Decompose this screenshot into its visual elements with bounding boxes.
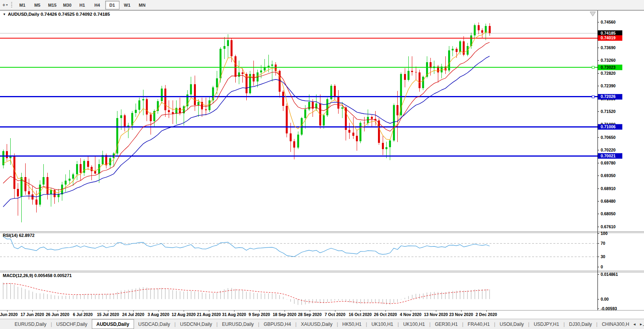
svg-text:0.71006: 0.71006	[601, 124, 616, 129]
svg-text:26 Jun 2020: 26 Jun 2020	[46, 312, 69, 317]
horizontal-line-green-handle[interactable]	[592, 66, 594, 68]
tabs-scroll-left-button[interactable]: ◄	[633, 322, 636, 326]
timeframe-button-m15[interactable]: M15	[45, 1, 60, 9]
svg-text:31 Aug 2020: 31 Aug 2020	[222, 312, 246, 317]
svg-text:0.72026: 0.72026	[601, 94, 616, 99]
toolbar-grip	[11, 2, 12, 8]
timeframe-button-h1[interactable]: H1	[75, 1, 89, 9]
svg-text:0.74019: 0.74019	[601, 35, 616, 40]
horizontal-line-blue-1-price-box: 0.72026	[598, 94, 622, 100]
tab-usdjpy-h1[interactable]: USDJPY,H1	[529, 320, 563, 329]
current-price-line-price-box: 0.74185	[598, 30, 622, 36]
svg-text:0.72820: 0.72820	[601, 71, 616, 76]
timeframe-button-mn[interactable]: MN	[135, 1, 149, 9]
svg-text:0.68910: 0.68910	[601, 186, 616, 191]
svg-text:0.70021: 0.70021	[601, 153, 616, 158]
chart-title-text: AUDUSD,Daily 0.74426 0.74525 0.74092 0.7…	[8, 12, 110, 17]
svg-text:0.73260: 0.73260	[601, 58, 616, 63]
svg-text:23 Nov 2020: 23 Nov 2020	[449, 312, 473, 317]
toolbar: + ▾ M1M5M15M30H1H4D1W1MN	[0, 0, 644, 10]
svg-text:2 Dec 2020: 2 Dec 2020	[476, 312, 497, 317]
horizontal-line-blue-1-handle[interactable]	[592, 96, 594, 98]
tab-eurusd-daily[interactable]: EURUSD,Daily	[10, 320, 51, 329]
svg-text:15 Jul 2020: 15 Jul 2020	[97, 312, 119, 317]
svg-text:16 Oct 2020: 16 Oct 2020	[349, 312, 372, 317]
symbol-tabbar: EURUSD,Daily|USDCHF,DailyAUDUSD,DailyUSD…	[0, 319, 644, 329]
tab-hk50-h1[interactable]: HK50,H1	[338, 320, 366, 329]
timeframe-button-m30[interactable]: M30	[60, 1, 74, 9]
tab-usdcnh-daily[interactable]: USDCNH,Daily	[176, 320, 216, 329]
tab-usdcad-daily[interactable]: USDCAD,Daily	[134, 320, 175, 329]
svg-text:0.68480: 0.68480	[601, 199, 616, 203]
horizontal-line-green-price-box: 0.73023	[598, 65, 622, 70]
svg-text:4 Nov 2020: 4 Nov 2020	[400, 312, 422, 317]
timeframe-button-group: M1M5M15M30H1H4D1W1MN	[15, 1, 150, 9]
tab-uk100-h1[interactable]: UK100,H1	[367, 320, 397, 329]
svg-text:0: 0	[601, 264, 603, 269]
horizontal-line-blue-2-price-box: 0.71006	[598, 124, 622, 129]
tab-audusd-daily[interactable]: AUDUSD,Daily	[92, 319, 134, 329]
chart-canvas[interactable]: 0.745600.736900.732600.728200.723900.719…	[0, 0, 644, 329]
timeframe-button-m1[interactable]: M1	[15, 1, 30, 9]
tabs-scroll-right-button[interactable]: ►	[639, 322, 643, 326]
svg-text:0.68050: 0.68050	[601, 211, 616, 216]
svg-text:0.69350: 0.69350	[601, 173, 616, 178]
svg-text:30: 30	[601, 254, 605, 259]
svg-text:0.69780: 0.69780	[601, 161, 616, 165]
svg-text:-0.00593: -0.00593	[601, 306, 617, 311]
svg-text:8 Jun 2020: 8 Jun 2020	[0, 312, 18, 317]
tab-xauusd-daily[interactable]: XAUUSD,Daily	[296, 320, 337, 329]
svg-text:0.014861: 0.014861	[601, 272, 618, 277]
mt4-window: + ▾ M1M5M15M30H1H4D1W1MN 0.745600.736900…	[0, 0, 644, 329]
tab-uk100-h1[interactable]: UK100,H1	[399, 320, 429, 329]
timeframe-button-w1[interactable]: W1	[120, 1, 134, 9]
horizontal-line-red-price-box: 0.74019	[598, 35, 622, 41]
svg-text:13 Nov 2020: 13 Nov 2020	[424, 312, 448, 317]
svg-text:100: 100	[601, 231, 608, 236]
svg-text:9 Sep 2020: 9 Sep 2020	[249, 312, 270, 317]
svg-text:70: 70	[601, 241, 605, 246]
chart-title: ▼AUDUSD,Daily 0.74426 0.74525 0.74092 0.…	[3, 12, 110, 17]
svg-text:0.70650: 0.70650	[601, 135, 616, 140]
svg-text:18 Sep 2020: 18 Sep 2020	[273, 312, 296, 317]
svg-text:0.71520: 0.71520	[601, 109, 616, 114]
crosshair-icon: +	[2, 2, 6, 7]
tab-scroll-controls: ◄ ►	[629, 319, 643, 329]
svg-text:24 Jul 2020: 24 Jul 2020	[122, 312, 144, 317]
svg-text:0.73023: 0.73023	[601, 65, 616, 70]
timeframe-button-d1[interactable]: D1	[105, 1, 119, 9]
timeframe-button-m5[interactable]: M5	[30, 1, 45, 9]
tab-usdchf-daily[interactable]: USDCHF,Daily	[52, 320, 92, 329]
svg-text:28 Sep 2020: 28 Sep 2020	[298, 312, 322, 317]
svg-text:12 Aug 2020: 12 Aug 2020	[172, 312, 196, 317]
svg-text:0.67610: 0.67610	[601, 224, 616, 229]
rsi-indicator-label: RSI(14) 62.8972	[3, 233, 35, 238]
svg-text:7 Oct 2020: 7 Oct 2020	[325, 312, 346, 317]
macd-indicator-label: MACD(12,26,9) 0.005458 0.005271	[3, 273, 72, 278]
tab-ger30-h1[interactable]: GER30,H1	[430, 320, 462, 329]
svg-text:26 Oct 2020: 26 Oct 2020	[374, 312, 397, 317]
chart-menu-icon: ▼	[3, 13, 6, 16]
timeframe-button-h4[interactable]: H4	[90, 1, 104, 9]
chevron-down-icon: ▾	[6, 3, 8, 7]
tab-usoil-daily[interactable]: USOil,Daily	[495, 320, 528, 329]
svg-text:0.70220: 0.70220	[601, 148, 616, 152]
svg-text:0.72390: 0.72390	[601, 83, 616, 88]
svg-text:0.73690: 0.73690	[601, 45, 616, 50]
svg-text:21 Aug 2020: 21 Aug 2020	[197, 312, 221, 317]
tab-fra40-h1[interactable]: FRA40,H1	[463, 320, 494, 329]
svg-text:17 Jun 2020: 17 Jun 2020	[20, 312, 44, 317]
svg-text:3 Aug 2020: 3 Aug 2020	[147, 312, 169, 317]
cursor-tool-button[interactable]: + ▾	[0, 1, 10, 9]
svg-text:0.74560: 0.74560	[601, 20, 616, 24]
tab-eurusd-daily[interactable]: EURUSD,Daily	[218, 320, 258, 329]
horizontal-line-blue-3-price-box: 0.70021	[598, 153, 622, 159]
tab-dj30-daily[interactable]: DJ30,Daily	[565, 320, 596, 329]
svg-text:0.74185: 0.74185	[601, 31, 616, 35]
svg-text:6 Jul 2020: 6 Jul 2020	[73, 312, 93, 317]
symbol-tabs: EURUSD,Daily|USDCHF,DailyAUDUSD,DailyUSD…	[10, 319, 644, 329]
tab-gbpusd-h4[interactable]: GBPUSD,H4	[259, 320, 295, 329]
svg-text:0.00: 0.00	[601, 297, 609, 301]
